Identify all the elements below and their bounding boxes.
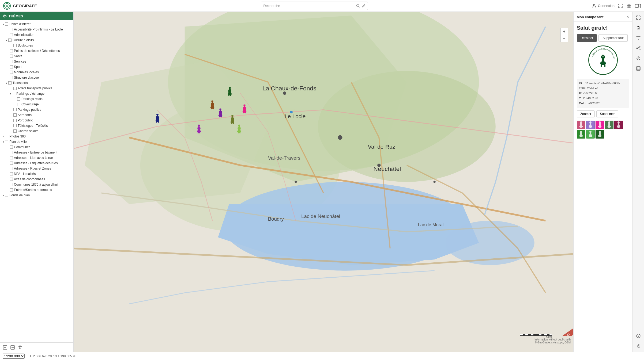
- sidebar-item-adresses-etiquettes[interactable]: Adresses - Etiquettes des rues: [0, 160, 73, 166]
- sidebar-item-entrees-sorties[interactable]: Entrées/Sorties autoroutes: [0, 187, 73, 193]
- color-swatch-green[interactable]: [577, 130, 585, 139]
- checkbox[interactable]: [10, 55, 13, 58]
- giraffe-brown[interactable]: [208, 100, 217, 110]
- video-icon[interactable]: [635, 4, 641, 8]
- sidebar-item-covoiturage[interactable]: Covoiturage: [0, 102, 73, 107]
- checkbox[interactable]: [13, 124, 17, 127]
- sidebar-item-sculptures[interactable]: Sculptures: [0, 43, 73, 48]
- checkbox[interactable]: [10, 60, 13, 63]
- sidebar-item-plan-ville[interactable]: ▾Plan de ville: [0, 139, 73, 144]
- checkbox[interactable]: [10, 167, 13, 170]
- checkbox[interactable]: [5, 140, 8, 143]
- sidebar-item-sante[interactable]: Santé: [0, 53, 73, 59]
- color-swatch-pink-dark[interactable]: [577, 121, 585, 129]
- checkbox[interactable]: [10, 156, 13, 159]
- expand-icon[interactable]: [634, 13, 643, 22]
- sidebar-item-parkings-echange[interactable]: ▾Parkings d'échange: [0, 91, 73, 96]
- collapse-all-icon[interactable]: [10, 345, 15, 350]
- print-icon[interactable]: [634, 23, 643, 33]
- search-input[interactable]: [263, 4, 356, 8]
- checkbox[interactable]: [13, 129, 17, 133]
- checkbox[interactable]: [10, 172, 13, 175]
- giraffe-magenta[interactable]: [194, 124, 204, 134]
- sidebar-item-sport[interactable]: Sport: [0, 64, 73, 70]
- color-swatch-purple[interactable]: [586, 121, 595, 129]
- color-swatch-forest-green[interactable]: [596, 130, 604, 139]
- edit-icon[interactable]: [362, 4, 366, 8]
- expand-all-icon[interactable]: [3, 345, 7, 350]
- checkbox[interactable]: [12, 92, 15, 95]
- checkbox[interactable]: [10, 145, 13, 149]
- sidebar-item-aeroports[interactable]: Aéroports: [0, 112, 73, 118]
- sidebar-item-administration[interactable]: Administration: [0, 32, 73, 37]
- checkbox[interactable]: [10, 49, 13, 52]
- map-container[interactable]: La Chaux-de-Fonds Le Locle Val-de-Ruz Ne…: [74, 12, 573, 352]
- info-icon[interactable]: [634, 331, 643, 341]
- sidebar-item-services[interactable]: Services: [0, 59, 73, 64]
- sidebar-item-culture-loisirs[interactable]: ▸Culture / loisirs: [0, 37, 73, 43]
- sidebar-item-structure-accueil[interactable]: Structure d'accueil: [0, 75, 73, 80]
- checkbox[interactable]: [13, 113, 17, 117]
- color-swatch-green-dark[interactable]: [605, 121, 613, 129]
- checkbox[interactable]: [17, 103, 20, 106]
- sidebar-item-npa[interactable]: NPA - Localités: [0, 171, 73, 177]
- sidebar-item-parkings-relais[interactable]: Parkings relais: [0, 96, 73, 102]
- zoom-out-button[interactable]: −: [561, 35, 568, 42]
- checkbox[interactable]: [13, 44, 17, 47]
- sidebar-item-communes-1870[interactable]: Communes 1870 à aujourd'hui: [0, 182, 73, 187]
- filter-icon[interactable]: [634, 33, 643, 43]
- sidebar-item-fonds-plan[interactable]: ▸Fonds de plan: [0, 193, 73, 198]
- draw-button[interactable]: Dessiner: [577, 34, 597, 42]
- color-swatch-magenta[interactable]: [596, 121, 604, 129]
- giraffe-circle[interactable]: Clique pour changer ma couleur!: [588, 45, 618, 75]
- checkbox[interactable]: [10, 28, 13, 31]
- app-logo[interactable]: G GEOGIRAFE: [3, 2, 37, 10]
- sidebar-item-adresses-rues-zones[interactable]: Adresses - Rues et Zones: [0, 166, 73, 171]
- sidebar-item-accessibilite[interactable]: Accessibilité ProInfirmis - Le Locle: [0, 27, 73, 32]
- grid-icon[interactable]: [626, 3, 632, 9]
- checkbox[interactable]: [10, 178, 13, 181]
- checkbox[interactable]: [10, 162, 13, 165]
- giraffe-green-dark[interactable]: [225, 87, 235, 96]
- giraffe-blue[interactable]: [153, 113, 162, 123]
- scale-selector[interactable]: 1:200 000: [3, 354, 25, 359]
- delete-all-button[interactable]: Supprimer tout: [598, 34, 628, 42]
- search-bar[interactable]: [261, 2, 368, 10]
- checkbox[interactable]: [5, 194, 8, 197]
- connexion-button[interactable]: Connexion: [592, 4, 615, 8]
- checkbox[interactable]: [13, 108, 17, 111]
- giraffe-yellow-green[interactable]: [234, 124, 244, 134]
- delete-button[interactable]: Supprimer: [596, 110, 618, 117]
- zoom-button[interactable]: Zoomer: [577, 110, 595, 117]
- checkbox[interactable]: [10, 71, 13, 74]
- color-swatch-dark-red[interactable]: [614, 121, 623, 129]
- checkbox[interactable]: [13, 119, 17, 122]
- checkbox[interactable]: [5, 22, 8, 26]
- sidebar-item-monnaies[interactable]: Monnaies locales: [0, 70, 73, 75]
- sidebar-item-adresses-entree[interactable]: Adresses - Entrée de bâtiment: [0, 150, 73, 155]
- sidebar-item-transports[interactable]: ▾Transports: [0, 80, 73, 86]
- checkbox[interactable]: [8, 81, 12, 85]
- checkbox[interactable]: [10, 33, 13, 36]
- checkbox[interactable]: [10, 183, 13, 186]
- sidebar-item-axes-coordonnees[interactable]: Axes de coordonnées: [0, 177, 73, 182]
- search-loc-icon[interactable]: [634, 53, 643, 63]
- checkbox[interactable]: [10, 188, 13, 192]
- panel-close-button[interactable]: ×: [627, 14, 629, 19]
- sidebar-item-cadran-solaire[interactable]: Cadran solaire: [0, 128, 73, 134]
- map-grid-icon[interactable]: [634, 64, 643, 73]
- checkbox[interactable]: [10, 65, 13, 68]
- zoom-in-button[interactable]: +: [561, 28, 568, 35]
- fullscreen-icon[interactable]: [618, 3, 623, 9]
- trash-icon[interactable]: [18, 345, 22, 350]
- settings-icon[interactable]: [634, 341, 643, 351]
- sidebar-item-points-interet[interactable]: ▾Points d'intérêt: [0, 21, 73, 27]
- checkbox[interactable]: [10, 76, 13, 79]
- checkbox[interactable]: [10, 151, 13, 154]
- giraffe-olive[interactable]: [228, 115, 237, 124]
- sidebar-item-adresses-lien[interactable]: Adresses - Lien avec la rue: [0, 155, 73, 160]
- checkbox[interactable]: [13, 87, 17, 90]
- checkbox[interactable]: [5, 135, 8, 138]
- sidebar-item-communes[interactable]: Communes: [0, 144, 73, 150]
- sidebar-item-arrets-transports[interactable]: Arrêts transports publics: [0, 86, 73, 91]
